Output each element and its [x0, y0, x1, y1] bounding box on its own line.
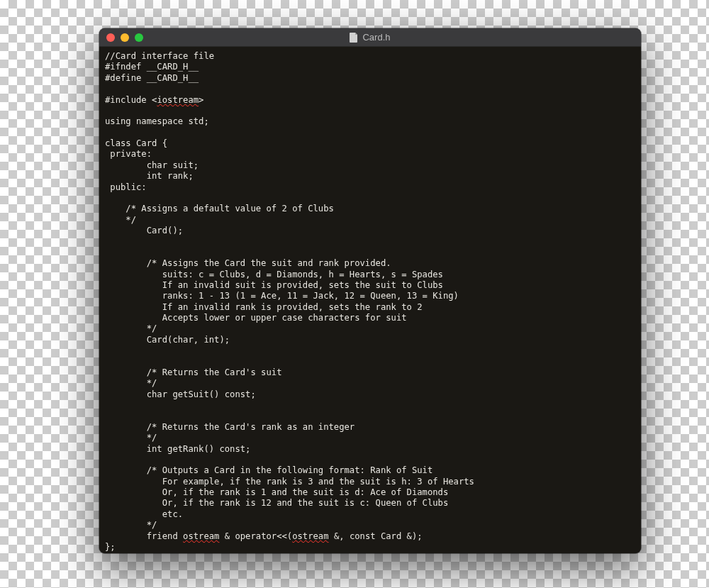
code-line: #include <iostream>: [105, 95, 203, 105]
code-line: /* Assigns a default value of 2 of Clubs: [105, 204, 334, 213]
code-line: int rank;: [105, 171, 194, 181]
code-line: };: [105, 542, 116, 552]
code-line: /* Returns the Card's suit: [105, 367, 281, 377]
code-line: int getRank() const;: [105, 444, 250, 454]
code-line: public:: [105, 182, 147, 192]
code-line: Or, if the rank is 12 and the suit is c:…: [105, 498, 448, 508]
editor-window: Card.h //Card interface file #ifndef __C…: [99, 28, 641, 553]
code-line: char getSuit() const;: [105, 389, 256, 399]
code-line: /* Assigns the Card the suit and rank pr…: [105, 258, 391, 268]
code-line: friend ostream & operator<<(ostream &, c…: [105, 531, 423, 541]
code-line: */: [105, 520, 157, 530]
code-line: /* Outputs a Card in the following forma…: [105, 465, 432, 475]
window-title-wrap: Card.h: [99, 32, 641, 43]
code-line: Accepts lower or upper case characters f…: [105, 313, 407, 323]
code-line: etc.: [105, 509, 183, 519]
code-line: //Card interface file: [105, 51, 214, 61]
code-line: /* Returns the Card's rank as an integer: [105, 422, 354, 432]
code-line: If an invalid rank is provided, sets the…: [105, 302, 423, 312]
titlebar[interactable]: Card.h: [99, 28, 641, 47]
code-line: For example, if the rank is 3 and the su…: [105, 477, 474, 487]
window-title: Card.h: [362, 32, 390, 43]
code-line: #ifndef __CARD_H__: [105, 62, 199, 72]
traffic-lights: [99, 33, 143, 42]
code-line: using namespace std;: [105, 116, 209, 126]
code-line: private:: [105, 149, 152, 159]
code-line: class Card {: [105, 138, 167, 148]
code-line: */: [105, 323, 157, 333]
file-icon: [350, 33, 358, 43]
code-line: Card(char, int);: [105, 335, 230, 345]
minimize-button[interactable]: [121, 33, 129, 42]
code-line: suits: c = Clubs, d = Diamonds, h = Hear…: [105, 270, 443, 279]
code-line: Or, if the rank is 1 and the suit is d: …: [105, 487, 448, 497]
code-line: Card();: [105, 226, 183, 235]
code-line: */: [105, 215, 136, 225]
code-line: #define __CARD_H__: [105, 73, 199, 83]
close-button[interactable]: [106, 33, 115, 42]
code-line: */: [105, 378, 157, 388]
code-line: ranks: 1 - 13 (1 = Ace, 11 = Jack, 12 = …: [105, 291, 459, 301]
code-line: If an invalid suit is provided, sets the…: [105, 280, 443, 290]
code-line: char suit;: [105, 160, 199, 170]
zoom-button[interactable]: [135, 33, 143, 42]
code-line: */: [105, 433, 157, 443]
text-editor[interactable]: //Card interface file #ifndef __CARD_H__…: [99, 47, 641, 553]
